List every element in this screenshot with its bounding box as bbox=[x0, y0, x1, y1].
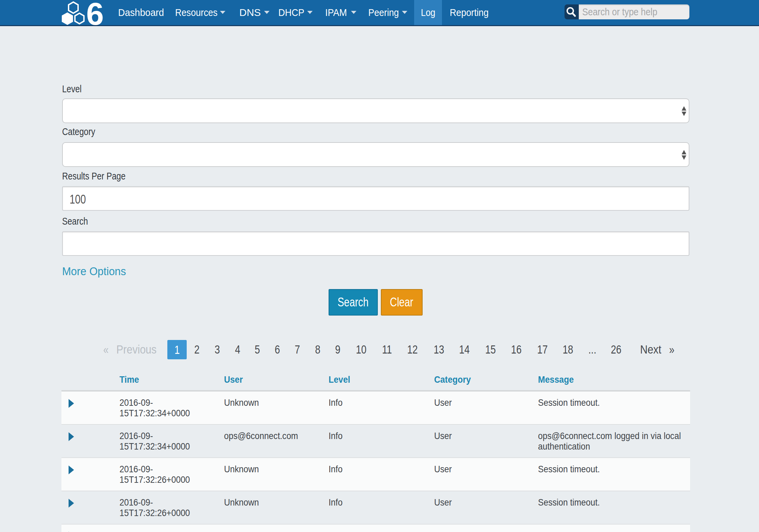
svg-text:6: 6 bbox=[86, 0, 104, 26]
